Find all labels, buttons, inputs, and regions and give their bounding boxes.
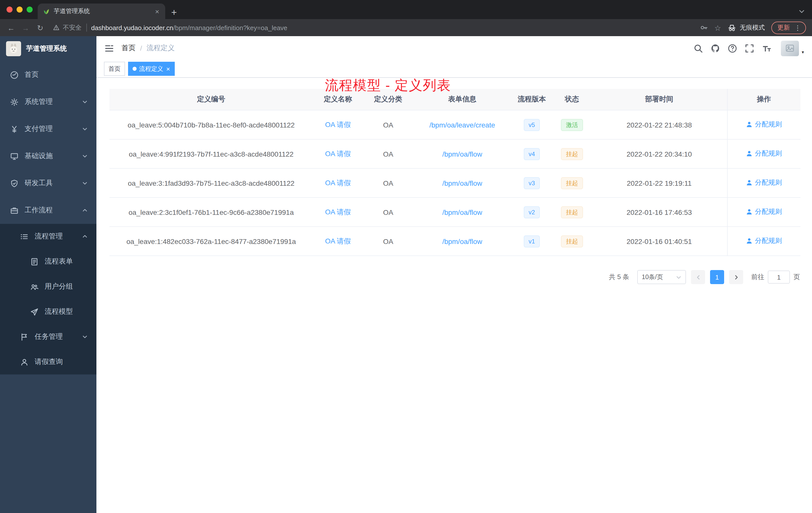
sidebar-item-user-group[interactable]: 用户分组: [0, 274, 96, 299]
sidebar-toggle-icon[interactable]: [105, 43, 114, 53]
form-link[interactable]: /bpm/oa/flow: [442, 208, 482, 216]
goto-page-input[interactable]: [768, 271, 790, 283]
content: 定义编号定义名称定义分类表单信息流程版本状态部署时间操作 oa_leave:5:…: [96, 78, 812, 513]
status-cell: 挂起: [552, 139, 591, 169]
search-icon[interactable]: [694, 43, 703, 53]
new-tab-button[interactable]: +: [171, 7, 177, 17]
definition-name-link[interactable]: OA 请假: [325, 120, 351, 128]
version-cell: v5: [511, 110, 552, 139]
group-icon: [30, 282, 39, 291]
tag-process-definition[interactable]: 流程定义×: [128, 62, 174, 76]
form-link[interactable]: /bpm/oa/flow: [442, 179, 482, 187]
reload-button[interactable]: ↻: [35, 24, 45, 31]
url-text[interactable]: dashboard.yudao.iocoder.cn/bpm/manager/d…: [91, 24, 695, 31]
sidebar-item-home[interactable]: 首页: [0, 61, 96, 88]
tab-title: 芋道管理系统: [54, 7, 150, 16]
sidebar-item-process-mgmt[interactable]: 流程管理: [0, 224, 96, 249]
window-zoom-button[interactable]: [27, 6, 33, 12]
user-avatar: [781, 40, 799, 56]
assign-rule-link[interactable]: 分配规则: [746, 120, 782, 129]
key-icon[interactable]: [700, 24, 708, 32]
assign-rule-link[interactable]: 分配规则: [746, 178, 782, 187]
logo-title: 芋道管理系统: [26, 44, 67, 53]
assign-rule-label: 分配规则: [755, 178, 782, 187]
sidebar-item-process-form[interactable]: 流程表单: [0, 249, 96, 274]
tab-strip: 芋道管理系统 × +: [0, 0, 812, 19]
pagination-total: 共 5 条: [609, 273, 629, 281]
tag-close-icon[interactable]: ×: [166, 65, 170, 72]
back-button[interactable]: ←: [6, 24, 16, 31]
user-menu[interactable]: ▾: [781, 40, 804, 56]
tab-close-icon[interactable]: ×: [154, 8, 160, 15]
browser-menu-icon[interactable]: ⋮: [794, 24, 801, 31]
deploy-time-cell: 2022-01-22 20:34:10: [591, 139, 727, 169]
definition-name-link[interactable]: OA 请假: [325, 208, 351, 216]
annotation-title: 流程模型 - 定义列表: [325, 76, 451, 94]
form-info-cell: /bpm/oa/flow: [413, 227, 511, 256]
fullscreen-icon[interactable]: [745, 43, 754, 53]
incognito-icon: [728, 23, 736, 32]
flag-icon: [20, 333, 29, 341]
page-size-select[interactable]: 10条/页: [637, 270, 686, 284]
sidebar-item-label: 基础设施: [25, 152, 53, 161]
site-security-chip[interactable]: 不安全: [53, 23, 82, 32]
user-solid-icon: [746, 121, 753, 128]
prev-page-button[interactable]: [691, 270, 705, 284]
next-page-button[interactable]: [729, 270, 743, 284]
chevron-down-icon: [82, 99, 88, 105]
top-navbar: 首页 / 流程定义: [96, 36, 812, 60]
window-close-button[interactable]: [6, 6, 12, 12]
version-badge: v4: [523, 148, 540, 160]
window-controls: [0, 0, 38, 19]
form-link[interactable]: /bpm/oa/leave/create: [429, 121, 495, 129]
column-header: 操作: [727, 89, 801, 110]
definition-name-link[interactable]: OA 请假: [325, 178, 351, 186]
help-icon[interactable]: [728, 43, 737, 53]
sidebar-item-leave-query[interactable]: 请假查询: [0, 350, 96, 374]
bookmark-star-icon[interactable]: ☆: [714, 24, 721, 31]
page-number-button[interactable]: 1: [710, 270, 724, 284]
tab-search-chevron-icon[interactable]: [799, 8, 805, 14]
deploy-time-cell: 2022-01-16 01:40:51: [591, 227, 727, 256]
assign-rule-link[interactable]: 分配规则: [746, 149, 782, 158]
breadcrumb-home[interactable]: 首页: [121, 44, 136, 53]
status-cell: 挂起: [552, 227, 591, 256]
definition-name-link[interactable]: OA 请假: [325, 149, 351, 157]
user-solid-icon: [746, 150, 753, 157]
form-link[interactable]: /bpm/oa/flow: [442, 150, 482, 158]
definition-id-cell: oa_leave:1:482ec033-762a-11ec-8477-a2380…: [110, 227, 313, 256]
chevron-down-icon: [82, 334, 88, 340]
action-cell: 分配规则: [727, 198, 801, 227]
status-badge: 挂起: [561, 177, 583, 189]
browser-tab[interactable]: 芋道管理系统 ×: [38, 3, 165, 19]
sidebar-item-label: 用户分组: [45, 282, 73, 291]
sidebar-item-payment[interactable]: 支付管理: [0, 116, 96, 143]
github-icon[interactable]: [711, 43, 720, 53]
assign-rule-link[interactable]: 分配规则: [746, 207, 782, 216]
font-size-icon[interactable]: [762, 43, 772, 53]
sidebar-item-dev-tools[interactable]: 研发工具: [0, 170, 96, 197]
window-minimize-button[interactable]: [17, 6, 23, 12]
sidebar-item-task-mgmt[interactable]: 任务管理: [0, 324, 96, 350]
address-bar: ← → ↻ 不安全 dashboard.yudao.iocoder.cn/bpm…: [0, 19, 812, 36]
definition-name-link[interactable]: OA 请假: [325, 237, 351, 245]
sidebar-item-infrastructure[interactable]: 基础设施: [0, 143, 96, 170]
sidebar-item-system[interactable]: 系统管理: [0, 88, 96, 116]
update-button[interactable]: 更新 ⋮: [771, 21, 806, 34]
form-link[interactable]: /bpm/oa/flow: [442, 237, 482, 245]
table-row: oa_leave:4:991f2193-7b7f-11ec-a3c8-acde4…: [110, 139, 801, 169]
sidebar-item-process-model[interactable]: 流程模型: [0, 299, 96, 324]
tag-home[interactable]: 首页: [104, 62, 125, 76]
tag-label: 首页: [109, 64, 120, 73]
action-cell: 分配规则: [727, 110, 801, 139]
version-badge: v3: [523, 177, 540, 189]
sidebar: 芋道管理系统 首页系统管理支付管理基础设施研发工具工作流程流程管理流程表单用户分…: [0, 36, 96, 513]
sidebar-item-label: 研发工具: [25, 179, 53, 188]
status-badge: 激活: [561, 119, 583, 131]
navbar-actions: ▾: [694, 40, 804, 56]
sidebar-item-workflow[interactable]: 工作流程: [0, 197, 96, 224]
forward-button[interactable]: →: [21, 24, 31, 31]
user-solid-icon: [746, 208, 753, 215]
assign-rule-link[interactable]: 分配规则: [746, 236, 782, 245]
url-domain: dashboard.yudao.iocoder.cn: [91, 24, 173, 31]
